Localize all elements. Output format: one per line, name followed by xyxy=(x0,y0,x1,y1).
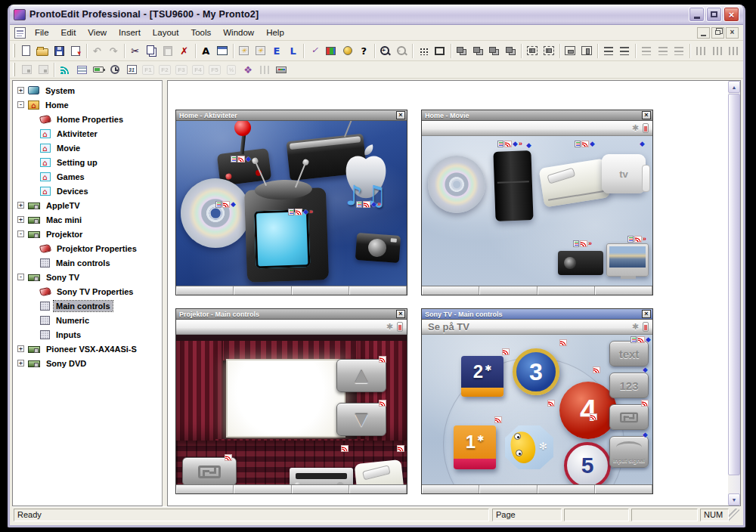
teletext-button[interactable]: text xyxy=(609,341,649,367)
next-page-link-button[interactable] xyxy=(35,62,51,78)
tree-item-home-properties[interactable]: Home Properties xyxy=(13,112,162,126)
open-file-button[interactable] xyxy=(35,43,51,59)
cut-button[interactable]: ✂ xyxy=(127,43,144,59)
mdi-restore-button[interactable] xyxy=(711,27,724,39)
tree-item-numeric[interactable]: Numeric xyxy=(13,313,162,327)
half-page-button[interactable]: ½ xyxy=(223,62,240,78)
toolbar-grip[interactable] xyxy=(13,63,15,76)
tree-item-mac-mini[interactable]: +Mac mini xyxy=(13,212,162,227)
center-vertical-button[interactable] xyxy=(578,43,595,59)
align-top-button[interactable] xyxy=(638,43,655,59)
page-close-icon[interactable]: × xyxy=(396,111,405,119)
tree-item-aktiviteter[interactable]: Aktiviteter xyxy=(13,126,162,141)
add-page-button[interactable]: ✳ xyxy=(236,43,253,59)
mdi-minimize-button[interactable] xyxy=(697,27,710,39)
menu-item-layout[interactable]: Layout xyxy=(147,26,185,39)
edit-labels-button[interactable]: L xyxy=(285,43,302,59)
calendar-button[interactable]: 31 xyxy=(123,62,140,78)
document-icon[interactable] xyxy=(14,27,26,39)
apple-tv-button[interactable]: tv xyxy=(602,154,646,193)
delete-button[interactable]: ✗ xyxy=(176,43,193,59)
center-horizontal-button[interactable] xyxy=(562,43,579,59)
camera-button[interactable] xyxy=(355,233,401,263)
save-file-button[interactable] xyxy=(51,43,67,59)
properties-button[interactable] xyxy=(214,43,231,59)
screen-up-button[interactable]: ▲ xyxy=(336,359,386,392)
resize-grip[interactable] xyxy=(729,509,739,521)
tree-item-home[interactable]: -Home xyxy=(13,97,162,112)
page-window-titlebar[interactable]: Home - Movie × xyxy=(422,110,652,121)
numpad-button[interactable]: 123 xyxy=(609,373,649,398)
add-template-page-button[interactable]: ✳ xyxy=(252,43,268,59)
zoom-in-button[interactable]: + xyxy=(377,43,394,59)
clock-button[interactable] xyxy=(107,62,123,78)
align-bottom-button[interactable] xyxy=(671,43,687,59)
cd-button[interactable] xyxy=(181,178,250,248)
channel-4-button[interactable]: 4 xyxy=(559,382,617,439)
minimize-button[interactable] xyxy=(689,7,705,22)
menu-item-view[interactable]: View xyxy=(82,26,113,39)
tree-item-devices[interactable]: Devices xyxy=(13,184,162,198)
collapse-icon[interactable]: - xyxy=(17,101,24,108)
redo-button[interactable]: ↷ xyxy=(105,43,122,59)
input-signal-button[interactable]: input signal xyxy=(609,436,649,468)
flat-tv-button[interactable] xyxy=(606,243,649,277)
collapse-icon[interactable]: - xyxy=(17,274,24,280)
channel-3-button[interactable]: 3 xyxy=(513,348,559,395)
tree-item-games[interactable]: Games xyxy=(13,169,162,184)
page-overview-button[interactable] xyxy=(73,62,90,78)
picture-format-button[interactable] xyxy=(182,457,237,486)
vertical-scrollbar[interactable]: ▲ ▼ xyxy=(728,81,740,506)
menu-item-file[interactable]: File xyxy=(29,26,55,39)
align-right-button[interactable] xyxy=(616,43,633,59)
bring-to-front-button[interactable] xyxy=(454,43,470,59)
channel-5-button[interactable]: 5 xyxy=(564,442,611,489)
page-window-titlebar[interactable]: Projektor - Main controls × xyxy=(176,309,407,320)
title-bar[interactable]: ProntoEdit Professional - [TSU9600 - My … xyxy=(10,5,743,25)
snap-frame-button[interactable] xyxy=(432,43,448,59)
menu-item-tools[interactable]: Tools xyxy=(184,26,217,39)
playstation-button[interactable] xyxy=(493,150,533,221)
firm-key-5-button[interactable]: F5 xyxy=(206,62,223,78)
collapse-icon[interactable]: - xyxy=(17,230,24,237)
firm-key-4-button[interactable]: F4 xyxy=(190,62,206,78)
previous-page-link-button[interactable] xyxy=(18,62,35,78)
zoom-out-button[interactable]: - xyxy=(394,43,411,59)
close-button[interactable]: × xyxy=(723,7,739,22)
expand-icon[interactable]: + xyxy=(17,360,24,367)
battery-status-button[interactable] xyxy=(90,62,107,78)
scrollbar-thumb[interactable] xyxy=(728,94,740,475)
font-button[interactable]: A xyxy=(198,43,215,59)
paste-button[interactable] xyxy=(160,43,176,59)
dvd-button[interactable] xyxy=(428,156,485,213)
page-close-icon[interactable]: × xyxy=(642,111,651,119)
tree-item-appletv[interactable]: +AppleTV xyxy=(13,198,162,212)
cheese-tv-button[interactable]: ✻ xyxy=(505,425,553,469)
firm-key-2-button[interactable]: F2 xyxy=(156,62,173,78)
align-middle-button[interactable] xyxy=(655,43,671,59)
copy-button[interactable] xyxy=(144,43,160,59)
scroll-up-icon[interactable]: ▲ xyxy=(728,81,740,93)
simulator-button[interactable]: ✓ xyxy=(306,43,323,59)
edit-pages-button[interactable]: E xyxy=(268,43,285,59)
page-close-icon[interactable]: × xyxy=(642,310,651,318)
group-button[interactable] xyxy=(524,43,541,59)
tree-item-movie[interactable]: Movie xyxy=(13,141,162,155)
page-window-titlebar[interactable]: Home - Aktiviteter × xyxy=(176,110,407,121)
page-canvas[interactable]: Home - Aktiviteter × xyxy=(168,81,728,506)
tree-item-system[interactable]: +System xyxy=(13,83,162,97)
wifi-status-button[interactable] xyxy=(57,62,73,78)
tag-label-button[interactable]: ❖ xyxy=(240,62,256,78)
menu-item-edit[interactable]: Edit xyxy=(55,26,82,39)
gallery-colors-button[interactable] xyxy=(323,43,339,59)
maximize-button[interactable] xyxy=(706,7,722,22)
new-file-button[interactable] xyxy=(18,43,35,59)
make-same-size-button[interactable] xyxy=(725,43,742,59)
picture-format-button[interactable] xyxy=(609,404,649,430)
undo-button[interactable]: ↶ xyxy=(89,43,106,59)
tree-item-pioneer-vsx-ax4asi-s[interactable]: +Pioneer VSX-AX4ASi-S xyxy=(13,342,162,356)
tree-item-inputs[interactable]: Inputs xyxy=(13,327,162,342)
scroll-down-icon[interactable]: ▼ xyxy=(728,493,740,506)
expand-icon[interactable]: + xyxy=(17,87,24,94)
screen-down-button[interactable]: ▼ xyxy=(336,403,386,436)
